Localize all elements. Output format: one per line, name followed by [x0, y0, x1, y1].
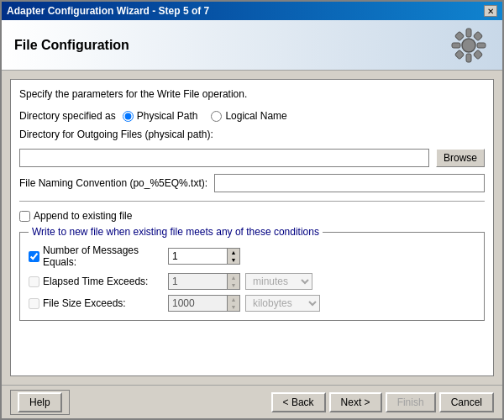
radio-logical-label: Logical Name [225, 110, 286, 122]
svg-rect-5 [454, 31, 464, 40]
file-size-spinner: ▲ ▼ [168, 295, 240, 312]
append-checkbox-row[interactable]: Append to existing file [19, 210, 485, 222]
num-messages-checkbox[interactable] [29, 251, 39, 262]
main-panel: Specify the parameters for the Write Fil… [10, 79, 494, 376]
file-size-checkbox-label[interactable]: File Size Exceeds: [29, 297, 163, 309]
help-wrapper: Help [10, 390, 70, 415]
num-messages-up[interactable]: ▲ [228, 249, 239, 256]
append-label: Append to existing file [34, 210, 132, 222]
svg-rect-4 [477, 43, 486, 48]
svg-rect-7 [454, 50, 464, 59]
condition-row-filesize: File Size Exceeds: ▲ ▼ kilobytes megabyt… [29, 295, 475, 312]
divider [19, 201, 485, 202]
naming-convention-label: File Naming Convention (po_%5EQ%.txt): [19, 177, 207, 189]
elapsed-time-dropdown[interactable]: minutes hours seconds [245, 273, 312, 290]
num-messages-checkbox-label[interactable]: Number of Messages Equals: [29, 244, 163, 268]
help-button[interactable]: Help [18, 392, 62, 412]
radio-logical-option[interactable]: Logical Name [211, 110, 286, 122]
file-size-label: File Size Exceeds: [43, 297, 126, 309]
browse-button[interactable]: Browse [436, 149, 485, 167]
radio-physical-input[interactable] [123, 111, 134, 122]
elapsed-time-label: Elapsed Time Exceeds: [43, 276, 148, 287]
content-area: Specify the parameters for the Write Fil… [2, 71, 502, 385]
file-size-checkbox[interactable] [29, 298, 39, 309]
window-title: Adapter Configuration Wizard - Step 5 of… [7, 5, 209, 17]
elapsed-time-spinner-btns: ▲ ▼ [227, 273, 240, 290]
header: File Configuration [2, 20, 502, 71]
footer-right: < Back Next > Finish Cancel [271, 392, 494, 412]
directory-path-input[interactable] [19, 149, 429, 167]
file-size-dropdown[interactable]: kilobytes megabytes bytes [245, 295, 320, 312]
svg-rect-1 [466, 29, 471, 37]
footer: Help < Back Next > Finish Cancel [2, 385, 502, 418]
svg-rect-8 [473, 50, 482, 59]
title-bar: Adapter Configuration Wizard - Step 5 of… [2, 2, 502, 20]
wizard-window: Adapter Configuration Wizard - Step 5 of… [0, 0, 504, 420]
elapsed-time-up[interactable]: ▲ [228, 274, 239, 281]
directory-path-label: Directory for Outgoing Files (physical p… [19, 129, 485, 140]
close-button[interactable]: ✕ [484, 5, 497, 17]
condition-row-messages: Number of Messages Equals: ▲ ▼ [29, 244, 475, 268]
radio-group: Physical Path Logical Name [123, 110, 287, 122]
file-size-down[interactable]: ▼ [228, 303, 239, 311]
conditions-group: Write to new file when existing file mee… [19, 232, 485, 321]
directory-type-label: Directory specified as [19, 110, 116, 122]
elapsed-time-spinner: ▲ ▼ [168, 273, 240, 290]
elapsed-time-checkbox[interactable] [29, 276, 39, 287]
group-box-title: Write to new file when existing file mee… [29, 226, 323, 238]
num-messages-down[interactable]: ▼ [228, 256, 239, 264]
gear-icon [448, 24, 490, 66]
directory-path-row: Browse [19, 149, 485, 167]
page-title: File Configuration [14, 38, 129, 53]
elapsed-time-down[interactable]: ▼ [228, 281, 239, 289]
radio-logical-input[interactable] [211, 111, 222, 122]
description-text: Specify the parameters for the Write Fil… [19, 88, 485, 100]
num-messages-input[interactable] [168, 248, 227, 265]
radio-physical-option[interactable]: Physical Path [123, 110, 198, 122]
num-messages-spinner-btns: ▲ ▼ [227, 248, 240, 265]
condition-row-elapsed: Elapsed Time Exceeds: ▲ ▼ minutes hours … [29, 273, 475, 290]
elapsed-time-input[interactable] [168, 273, 227, 290]
num-messages-spinner: ▲ ▼ [168, 248, 240, 265]
back-button[interactable]: < Back [271, 392, 326, 412]
num-messages-label: Number of Messages Equals: [43, 244, 163, 268]
append-checkbox[interactable] [19, 211, 30, 222]
naming-convention-row: File Naming Convention (po_%5EQ%.txt): [19, 174, 485, 192]
file-size-input[interactable] [168, 295, 227, 312]
next-button[interactable]: Next > [329, 392, 382, 412]
file-size-up[interactable]: ▲ [228, 296, 239, 303]
elapsed-time-checkbox-label[interactable]: Elapsed Time Exceeds: [29, 276, 163, 287]
footer-left: Help [10, 390, 70, 415]
svg-rect-2 [466, 54, 471, 62]
cancel-button[interactable]: Cancel [439, 392, 494, 412]
finish-button[interactable]: Finish [386, 392, 436, 412]
file-size-spinner-btns: ▲ ▼ [227, 295, 240, 312]
naming-convention-input[interactable] [214, 174, 485, 192]
svg-rect-6 [473, 31, 482, 40]
svg-point-0 [462, 39, 475, 52]
radio-physical-label: Physical Path [137, 110, 198, 122]
svg-rect-3 [452, 43, 460, 48]
directory-type-row: Directory specified as Physical Path Log… [19, 110, 485, 122]
